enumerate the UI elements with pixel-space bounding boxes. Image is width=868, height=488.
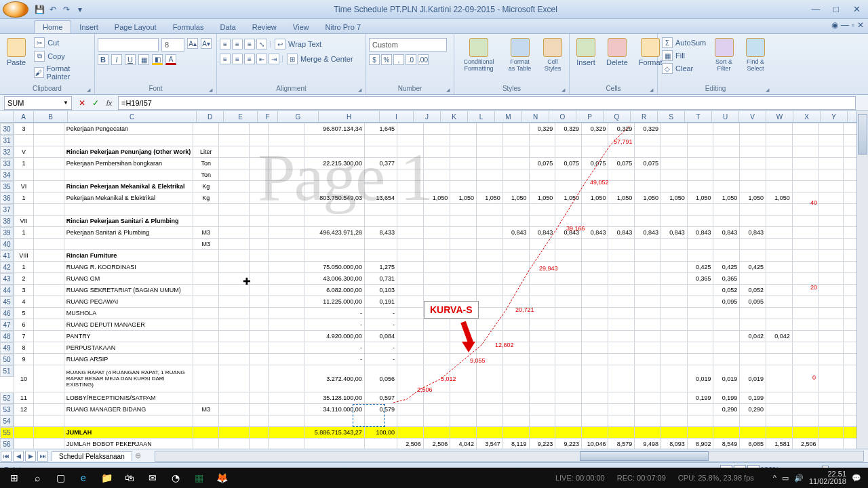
cell[interactable]: 1,275 — [364, 262, 397, 273]
cell[interactable] — [818, 181, 843, 192]
cell[interactable]: 8,433 — [364, 227, 397, 239]
cell[interactable] — [766, 169, 792, 181]
cell[interactable] — [502, 354, 529, 365]
cell[interactable] — [476, 262, 502, 273]
col-header-[interactable] — [0, 111, 14, 122]
cell[interactable] — [766, 273, 792, 285]
cell[interactable] — [423, 135, 450, 146]
cell[interactable] — [250, 404, 268, 415]
cell[interactable] — [450, 404, 477, 415]
cell[interactable] — [219, 285, 250, 296]
cell[interactable] — [582, 392, 608, 404]
cell[interactable] — [740, 123, 766, 135]
cell[interactable] — [304, 181, 364, 192]
cell[interactable] — [687, 239, 713, 250]
cell[interactable]: Pekerjaan Pengecatan — [64, 123, 193, 135]
cell[interactable] — [582, 404, 608, 415]
cell[interactable] — [450, 308, 477, 319]
formula-bar[interactable]: =H19/I57 — [118, 96, 856, 110]
cell[interactable] — [766, 262, 792, 273]
cell[interactable] — [219, 146, 250, 158]
qat-save-icon[interactable]: 💾 — [33, 3, 46, 16]
cell[interactable] — [193, 216, 219, 227]
cell[interactable] — [687, 331, 713, 342]
cell[interactable] — [193, 427, 219, 439]
cell[interactable]: Kg — [193, 181, 219, 192]
cell[interactable] — [219, 169, 250, 181]
cell[interactable] — [193, 123, 219, 135]
cell[interactable]: 12 — [14, 404, 34, 415]
cell[interactable]: 0,075 — [635, 158, 661, 169]
cell[interactable] — [740, 169, 766, 181]
cell[interactable] — [635, 296, 661, 308]
office-button[interactable] — [3, 1, 28, 18]
cell[interactable] — [818, 192, 843, 204]
cell[interactable] — [740, 146, 766, 158]
cell[interactable] — [555, 354, 582, 365]
cell[interactable]: 0,329 — [529, 123, 555, 135]
cell[interactable] — [740, 239, 766, 250]
cell[interactable]: 8,902 — [687, 439, 713, 449]
cell[interactable]: 100,00 — [364, 427, 397, 439]
col-header-B[interactable]: B — [34, 111, 68, 122]
cell[interactable] — [555, 308, 582, 319]
cell[interactable] — [268, 227, 304, 239]
cell[interactable]: 0,843 — [502, 227, 529, 239]
cell[interactable] — [555, 135, 582, 146]
cell[interactable] — [635, 204, 661, 216]
cell[interactable] — [268, 192, 304, 204]
row-header[interactable]: 56 — [0, 439, 14, 449]
cell[interactable] — [268, 285, 304, 296]
cell[interactable] — [766, 250, 792, 262]
cell[interactable]: 8,579 — [608, 439, 635, 449]
cell[interactable] — [33, 239, 64, 250]
font-name-select[interactable] — [98, 38, 159, 52]
row-header[interactable]: 35 — [0, 181, 14, 192]
cell[interactable] — [555, 415, 582, 427]
cell[interactable] — [792, 392, 818, 404]
cell[interactable] — [582, 296, 608, 308]
cell[interactable] — [476, 123, 502, 135]
help-icon[interactable]: ◉ — [831, 20, 838, 30]
copy-button[interactable]: ⧉Copy — [33, 50, 92, 62]
cell[interactable] — [397, 227, 424, 239]
cell[interactable] — [476, 404, 502, 415]
align-right-icon[interactable]: ≡ — [244, 54, 255, 64]
cell[interactable] — [740, 181, 766, 192]
merge-center-button[interactable]: ⊞Merge & Center — [285, 53, 355, 65]
cell[interactable] — [818, 158, 843, 169]
cell[interactable] — [397, 216, 424, 227]
cell[interactable]: 1,050 — [635, 192, 661, 204]
cell[interactable] — [660, 216, 687, 227]
cell[interactable] — [476, 158, 502, 169]
cell[interactable] — [397, 146, 424, 158]
cell[interactable] — [397, 123, 424, 135]
tray-volume-icon[interactable]: 🔊 — [794, 474, 804, 483]
cell[interactable] — [193, 285, 219, 296]
cell[interactable] — [687, 415, 713, 427]
row-header[interactable]: 51 — [0, 365, 14, 377]
cell[interactable] — [608, 250, 635, 262]
cell[interactable] — [529, 319, 555, 331]
cell[interactable] — [792, 296, 818, 308]
cell[interactable]: 0,084 — [364, 331, 397, 342]
cell[interactable]: 9,223 — [529, 439, 555, 449]
find-select-button[interactable]: Find & Select — [741, 35, 770, 75]
cell[interactable] — [250, 308, 268, 319]
cell[interactable] — [304, 146, 364, 158]
cell[interactable] — [502, 239, 529, 250]
cell[interactable] — [33, 354, 64, 365]
row-header[interactable]: 45 — [0, 296, 14, 308]
cell[interactable]: 2,506 — [423, 439, 450, 449]
row-header[interactable]: 46 — [0, 308, 14, 319]
orientation-icon[interactable]: ⤡ — [256, 39, 267, 49]
cell[interactable] — [608, 427, 635, 439]
cell[interactable]: 11 — [14, 392, 34, 404]
row-header[interactable]: 39 — [0, 227, 14, 239]
cell[interactable] — [14, 169, 34, 181]
col-header-D[interactable]: D — [197, 111, 224, 122]
cell[interactable] — [713, 216, 740, 227]
cell[interactable] — [582, 204, 608, 216]
cell[interactable] — [193, 439, 219, 449]
cell[interactable] — [268, 169, 304, 181]
